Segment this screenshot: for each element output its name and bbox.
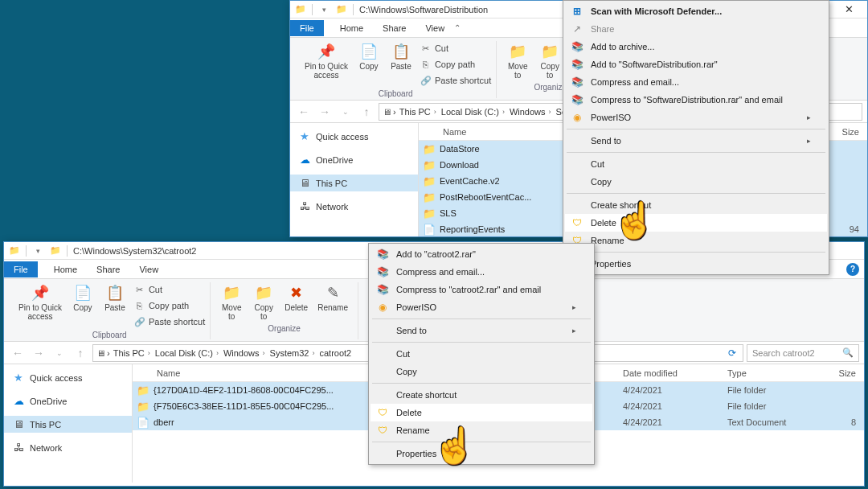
paste-button[interactable]: 📋Paste bbox=[385, 41, 417, 72]
ctx-compress-email[interactable]: 📚Compress and email... bbox=[565, 73, 827, 91]
breadcrumb-segment: This PC› bbox=[398, 107, 438, 117]
ctx-add-to-rar[interactable]: 📚Add to "SoftwareDistribution.rar" bbox=[565, 55, 827, 73]
tab-home[interactable]: Home bbox=[44, 261, 87, 277]
shield-icon bbox=[375, 406, 390, 419]
folder-icon: 📁 bbox=[335, 3, 348, 16]
folder-icon: 📁 bbox=[419, 159, 440, 171]
file-icon: 📄 bbox=[419, 224, 440, 236]
ctx-cut[interactable]: Cut bbox=[565, 155, 827, 173]
copy-to-button[interactable]: 📁Copy to bbox=[534, 41, 566, 81]
recent-dropdown[interactable]: ⌄ bbox=[51, 344, 68, 362]
ctx-properties[interactable]: Properties bbox=[565, 255, 827, 273]
folder-icon: 📁 bbox=[419, 208, 440, 220]
recent-dropdown[interactable]: ⌄ bbox=[337, 103, 354, 121]
share-icon: ↗ bbox=[570, 23, 584, 35]
tab-view[interactable]: View bbox=[416, 20, 454, 36]
paste-shortcut-button[interactable]: 🔗Paste shortcut bbox=[420, 73, 491, 88]
poweriso-icon: ◉ bbox=[570, 111, 584, 124]
nav-this-pc[interactable]: 🖥This PC bbox=[290, 175, 418, 191]
nav-this-pc[interactable]: 🖥This PC bbox=[4, 416, 132, 433]
winrar-icon: 📚 bbox=[375, 248, 390, 261]
forward-button[interactable]: → bbox=[316, 103, 334, 121]
group-label-clipboard: Clipboard bbox=[379, 89, 413, 98]
paste-button[interactable]: 📋Paste bbox=[99, 282, 131, 314]
column-size[interactable]: Size bbox=[816, 368, 864, 378]
search-input[interactable]: Search catroot2🔍 bbox=[747, 344, 859, 362]
cut-button[interactable]: ✂Cut bbox=[134, 282, 205, 297]
back-button[interactable]: ← bbox=[295, 103, 313, 121]
ctx-send-to[interactable]: Send to▸ bbox=[371, 322, 592, 339]
forward-button[interactable]: → bbox=[30, 344, 47, 362]
copy-path-button[interactable]: ⎘Copy path bbox=[134, 298, 205, 313]
copy-path-button[interactable]: ⎘Copy path bbox=[420, 57, 491, 72]
back-button[interactable]: ← bbox=[9, 344, 27, 362]
ctx-properties[interactable]: Properties bbox=[371, 445, 592, 462]
breadcrumb-segment: Local Disk (C:)› bbox=[440, 107, 506, 117]
move-to-button[interactable]: 📁Move to bbox=[215, 282, 248, 323]
refresh-icon[interactable]: ⟳ bbox=[725, 347, 739, 359]
ctx-add-to-rar[interactable]: 📚Add to "catroot2.rar" bbox=[371, 245, 592, 263]
close-button[interactable]: ✕ bbox=[832, 1, 866, 18]
tab-share[interactable]: Share bbox=[373, 20, 416, 36]
help-button[interactable]: ? bbox=[846, 263, 859, 276]
ctx-rename[interactable]: Rename bbox=[371, 421, 592, 439]
ctx-copy[interactable]: Copy bbox=[371, 363, 592, 380]
ctx-copy[interactable]: Copy bbox=[565, 173, 827, 191]
pin-to-quick-access-button[interactable]: 📌Pin to Quick access bbox=[300, 41, 353, 81]
folder-icon: 📁 bbox=[49, 244, 62, 257]
nav-network[interactable]: 🖧Network bbox=[290, 198, 418, 215]
shield-icon bbox=[570, 216, 584, 229]
ctx-scan-defender[interactable]: ⊞Scan with Microsoft Defender... bbox=[565, 2, 827, 20]
ctx-add-archive[interactable]: 📚Add to archive... bbox=[565, 38, 827, 55]
ctx-delete[interactable]: Delete bbox=[565, 214, 827, 232]
rename-button[interactable]: ✎Rename bbox=[313, 282, 353, 314]
folder-icon: 📁 bbox=[419, 143, 440, 155]
tab-home[interactable]: Home bbox=[330, 20, 373, 36]
copy-button[interactable]: 📄Copy bbox=[67, 282, 99, 314]
up-button[interactable]: ↑ bbox=[358, 103, 375, 121]
column-type[interactable]: Type bbox=[727, 368, 816, 378]
ctx-delete[interactable]: Delete bbox=[371, 404, 592, 421]
defender-icon: ⊞ bbox=[570, 5, 584, 18]
tab-file[interactable]: File bbox=[4, 261, 38, 277]
move-to-button[interactable]: 📁Move to bbox=[502, 41, 534, 81]
copy-button[interactable]: 📄Copy bbox=[353, 41, 385, 72]
group-label-organize: Organize bbox=[534, 83, 567, 92]
ctx-poweriso[interactable]: ◉PowerISO▸ bbox=[371, 298, 592, 316]
cut-button[interactable]: ✂Cut bbox=[420, 41, 491, 55]
paste-shortcut-button[interactable]: 🔗Paste shortcut bbox=[134, 314, 205, 329]
ctx-poweriso[interactable]: ◉PowerISO▸ bbox=[565, 109, 827, 126]
nav-onedrive[interactable]: ☁OneDrive bbox=[4, 392, 132, 409]
context-menu-softwaredistribution: ⊞Scan with Microsoft Defender... ↗Share … bbox=[563, 0, 829, 275]
ctx-rename[interactable]: Rename bbox=[565, 232, 827, 249]
up-button[interactable]: ↑ bbox=[72, 344, 89, 362]
dropdown-icon[interactable]: ▾ bbox=[31, 244, 44, 257]
nav-network[interactable]: 🖧Network bbox=[4, 439, 132, 456]
ctx-create-shortcut[interactable]: Create shortcut bbox=[565, 196, 827, 214]
ctx-share[interactable]: ↗Share bbox=[565, 20, 827, 38]
tab-share[interactable]: Share bbox=[87, 261, 129, 277]
nav-quick-access[interactable]: ★Quick access bbox=[290, 128, 418, 145]
tab-file[interactable]: File bbox=[290, 20, 324, 36]
ctx-compress-to[interactable]: 📚Compress to "catroot2.rar" and email bbox=[371, 281, 592, 298]
delete-button[interactable]: ✖Delete bbox=[280, 282, 313, 314]
column-date[interactable]: Date modified bbox=[623, 368, 727, 378]
ctx-create-shortcut[interactable]: Create shortcut bbox=[371, 386, 592, 404]
tab-view[interactable]: View bbox=[129, 261, 168, 277]
winrar-icon: 📚 bbox=[570, 76, 584, 88]
nav-quick-access[interactable]: ★Quick access bbox=[4, 369, 132, 386]
copy-to-button[interactable]: 📁Copy to bbox=[248, 282, 280, 323]
collapse-ribbon-icon[interactable]: ⌃ bbox=[454, 23, 461, 32]
ctx-compress-to[interactable]: 📚Compress to "SoftwareDistribution.rar" … bbox=[565, 91, 827, 109]
ctx-send-to[interactable]: Send to▸ bbox=[565, 132, 827, 150]
chevron-right-icon: ▸ bbox=[807, 137, 811, 145]
winrar-icon: 📚 bbox=[375, 265, 390, 278]
ctx-compress-email[interactable]: 📚Compress and email... bbox=[371, 263, 592, 281]
navigation-pane: ★Quick access ☁OneDrive 🖥This PC 🖧Networ… bbox=[290, 123, 419, 236]
nav-onedrive[interactable]: ☁OneDrive bbox=[290, 151, 418, 168]
ctx-cut[interactable]: Cut bbox=[371, 345, 592, 363]
pin-to-quick-access-button[interactable]: 📌Pin to Quick access bbox=[14, 282, 67, 323]
folder-icon: 📁 bbox=[294, 3, 307, 16]
dropdown-icon[interactable]: ▾ bbox=[317, 3, 330, 16]
folder-icon: 📁 bbox=[133, 401, 154, 413]
